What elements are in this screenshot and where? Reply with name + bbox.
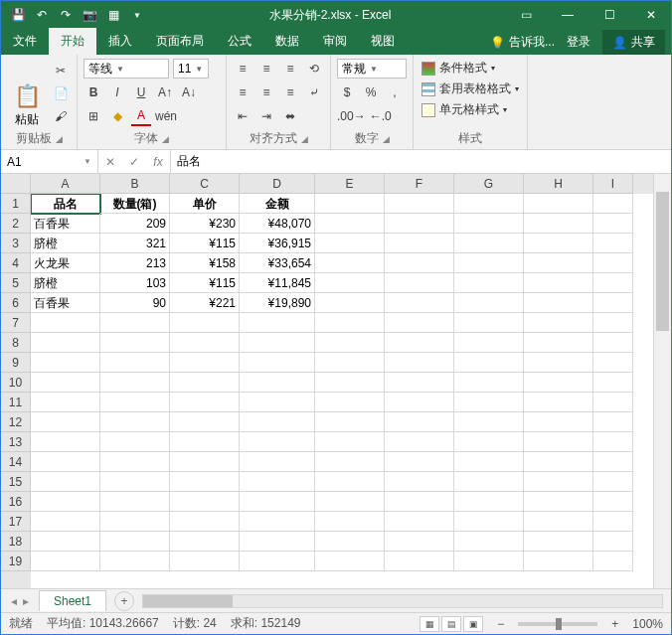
row-header-16[interactable]: 16 xyxy=(1,492,31,512)
phonetic-icon[interactable]: wén xyxy=(155,106,177,126)
cell-I8[interactable] xyxy=(593,333,633,353)
cell-I5[interactable] xyxy=(593,273,633,293)
cell-F4[interactable] xyxy=(385,253,454,273)
cell-D19[interactable] xyxy=(240,552,315,571)
cell-F7[interactable] xyxy=(385,313,454,333)
font-grow-icon[interactable]: A↑ xyxy=(155,82,175,102)
cancel-formula-icon[interactable]: ✕ xyxy=(98,155,122,169)
cell-D16[interactable] xyxy=(240,492,315,512)
cell-H11[interactable] xyxy=(524,393,593,412)
align-bottom-icon[interactable]: ≡ xyxy=(280,59,300,79)
cell-E6[interactable] xyxy=(315,293,385,313)
cell-I1[interactable] xyxy=(593,194,633,214)
horizontal-scrollbar[interactable] xyxy=(142,594,663,608)
font-name-combo[interactable]: 等线▼ xyxy=(84,59,169,79)
cell-C11[interactable] xyxy=(170,393,240,412)
col-header-H[interactable]: H xyxy=(524,174,593,194)
cell-A1[interactable]: 品名 xyxy=(31,194,100,214)
percent-icon[interactable]: % xyxy=(361,82,381,102)
name-box[interactable]: A1▼ xyxy=(1,150,98,173)
cell-I2[interactable] xyxy=(593,214,633,234)
cell-C9[interactable] xyxy=(170,353,240,373)
cell-H4[interactable] xyxy=(524,253,593,273)
cell-G8[interactable] xyxy=(454,333,524,353)
cell-A8[interactable] xyxy=(31,333,100,353)
cell-C18[interactable] xyxy=(170,532,240,552)
cell-E16[interactable] xyxy=(315,492,385,512)
cell-I16[interactable] xyxy=(593,492,633,512)
cell-C2[interactable]: ¥230 xyxy=(170,214,240,234)
align-center-icon[interactable]: ≡ xyxy=(256,82,276,102)
cell-D11[interactable] xyxy=(240,393,315,412)
redo-icon[interactable]: ↷ xyxy=(57,6,75,24)
col-header-I[interactable]: I xyxy=(593,174,633,194)
cell-H15[interactable] xyxy=(524,472,593,492)
row-header-7[interactable]: 7 xyxy=(1,313,31,333)
cell-I12[interactable] xyxy=(593,412,633,432)
formula-input[interactable]: 品名 xyxy=(171,150,671,173)
align-top-icon[interactable]: ≡ xyxy=(233,59,252,79)
cell-A17[interactable] xyxy=(31,512,100,532)
cell-E7[interactable] xyxy=(315,313,385,333)
cell-G9[interactable] xyxy=(454,353,524,373)
tab-file[interactable]: 文件 xyxy=(1,28,49,55)
cell-C1[interactable]: 单价 xyxy=(170,194,240,214)
cell-H19[interactable] xyxy=(524,552,593,571)
cell-G3[interactable] xyxy=(454,234,524,253)
cell-C5[interactable]: ¥115 xyxy=(170,273,240,293)
currency-icon[interactable]: $ xyxy=(337,82,357,102)
cell-E1[interactable] xyxy=(315,194,385,214)
cell-G18[interactable] xyxy=(454,532,524,552)
cell-I7[interactable] xyxy=(593,313,633,333)
col-header-D[interactable]: D xyxy=(240,174,315,194)
cell-H3[interactable] xyxy=(524,234,593,253)
cell-I18[interactable] xyxy=(593,532,633,552)
minimize-icon[interactable]: — xyxy=(548,1,588,29)
decrease-indent-icon[interactable]: ⇤ xyxy=(233,106,252,126)
cell-G17[interactable] xyxy=(454,512,524,532)
cell-B4[interactable]: 213 xyxy=(100,253,170,273)
cell-C8[interactable] xyxy=(170,333,240,353)
cell-F6[interactable] xyxy=(385,293,454,313)
vertical-scrollbar[interactable] xyxy=(653,174,671,588)
sheet-prev-icon[interactable]: ◂ xyxy=(11,594,17,608)
cell-F15[interactable] xyxy=(385,472,454,492)
enter-formula-icon[interactable]: ✓ xyxy=(122,155,146,169)
cell-F3[interactable] xyxy=(385,234,454,253)
font-dialog-launcher[interactable]: ◢ xyxy=(162,134,169,144)
cell-A13[interactable] xyxy=(31,432,100,452)
tab-review[interactable]: 审阅 xyxy=(311,28,359,55)
maximize-icon[interactable]: ☐ xyxy=(589,1,629,29)
cell-I19[interactable] xyxy=(593,552,633,571)
tab-view[interactable]: 视图 xyxy=(359,28,407,55)
zoom-in-icon[interactable]: + xyxy=(611,617,618,631)
cell-G6[interactable] xyxy=(454,293,524,313)
cell-D5[interactable]: ¥11,845 xyxy=(240,273,315,293)
cell-B1[interactable]: 数量(箱) xyxy=(100,194,170,214)
cell-G19[interactable] xyxy=(454,552,524,571)
cell-A2[interactable]: 百香果 xyxy=(31,214,100,234)
cell-F8[interactable] xyxy=(385,333,454,353)
cell-E4[interactable] xyxy=(315,253,385,273)
cell-E8[interactable] xyxy=(315,333,385,353)
cell-H7[interactable] xyxy=(524,313,593,333)
share-button[interactable]: 👤共享 xyxy=(602,30,665,55)
zoom-thumb[interactable] xyxy=(556,618,562,630)
clipboard-dialog-launcher[interactable]: ◢ xyxy=(56,134,63,144)
save-icon[interactable]: 💾 xyxy=(9,6,27,24)
tab-layout[interactable]: 页面布局 xyxy=(144,28,216,55)
cell-D9[interactable] xyxy=(240,353,315,373)
italic-button[interactable]: I xyxy=(107,82,127,102)
cell-A3[interactable]: 脐橙 xyxy=(31,234,100,253)
cell-E15[interactable] xyxy=(315,472,385,492)
cell-B2[interactable]: 209 xyxy=(100,214,170,234)
undo-icon[interactable]: ↶ xyxy=(33,6,51,24)
cells-area[interactable]: 品名数量(箱)单价金额百香果209¥230¥48,070脐橙321¥115¥36… xyxy=(31,194,653,588)
cell-B10[interactable] xyxy=(100,373,170,393)
cell-C16[interactable] xyxy=(170,492,240,512)
align-middle-icon[interactable]: ≡ xyxy=(256,59,276,79)
cell-E18[interactable] xyxy=(315,532,385,552)
row-header-3[interactable]: 3 xyxy=(1,234,31,253)
cell-D1[interactable]: 金额 xyxy=(240,194,315,214)
select-all-corner[interactable] xyxy=(1,174,31,194)
